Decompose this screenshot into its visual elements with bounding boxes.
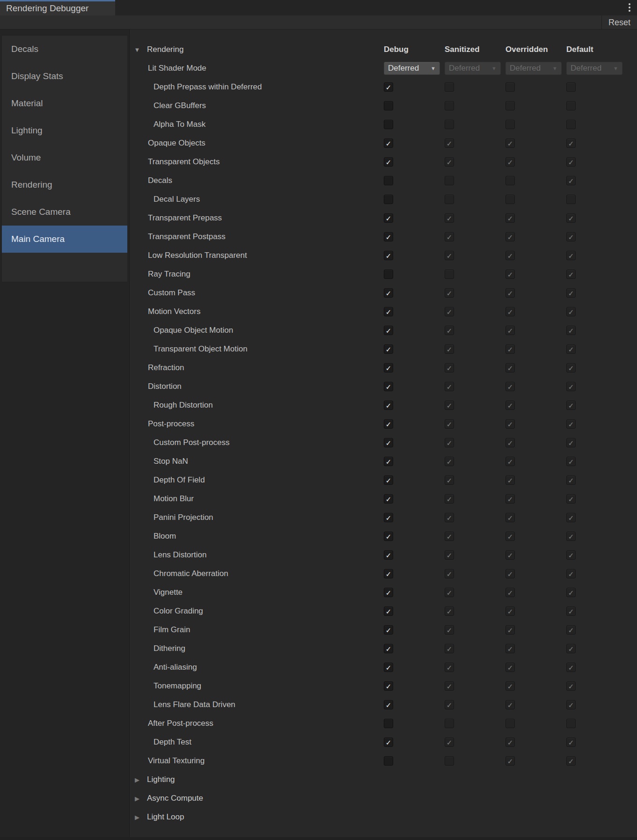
checkbox-debug[interactable]: ✓ (384, 663, 393, 672)
checkmark-icon: ✓ (386, 215, 392, 222)
checkbox-debug[interactable]: ✓ (384, 606, 393, 616)
checkbox-debug[interactable]: ✓ (384, 307, 393, 316)
checkmark-icon: ✓ (507, 645, 513, 652)
row-label: Decals (148, 176, 172, 185)
sidebar-item-rendering[interactable]: Rendering (2, 171, 127, 198)
checkmark-icon: ✓ (507, 458, 513, 465)
checkbox-debug[interactable]: ✓ (384, 700, 393, 709)
checkbox-sanitized: ✓ (445, 532, 454, 541)
checkbox-sanitized: ✓ (445, 382, 454, 391)
checkbox-sanitized: ✓ (445, 438, 454, 447)
checkmark-icon: ✓ (507, 421, 513, 428)
checkbox-sanitized: ✓ (445, 588, 454, 597)
checkbox-debug[interactable]: ✓ (384, 475, 393, 485)
checkbox-debug[interactable] (384, 719, 393, 728)
tree-row-vignette: Vignette✓✓✓✓ (130, 583, 637, 602)
checkbox-debug[interactable]: ✓ (384, 213, 393, 223)
tree-row-post-process: Post-process✓✓✓✓ (130, 415, 637, 433)
checkbox-debug[interactable]: ✓ (384, 82, 393, 92)
checkbox-debug[interactable] (384, 756, 393, 766)
foldout-collapsed-icon[interactable]: ▶ (133, 795, 141, 802)
checkbox-debug[interactable]: ✓ (384, 569, 393, 578)
checkbox-default: ✓ (566, 644, 576, 653)
checkbox-debug[interactable]: ✓ (384, 326, 393, 335)
checkbox-sanitized: ✓ (445, 663, 454, 672)
checkbox-debug[interactable]: ✓ (384, 644, 393, 653)
checkbox-debug[interactable] (384, 195, 393, 204)
checkbox-debug[interactable]: ✓ (384, 251, 393, 260)
sidebar-item-main-camera[interactable]: Main Camera (2, 226, 127, 253)
row-label: Lit Shader Mode (148, 64, 206, 73)
checkbox-debug[interactable]: ✓ (384, 232, 393, 241)
checkbox-debug[interactable]: ✓ (384, 288, 393, 298)
checkbox-default: ✓ (566, 438, 576, 447)
checkbox-debug[interactable]: ✓ (384, 457, 393, 466)
checkbox-debug[interactable]: ✓ (384, 382, 393, 391)
foldout-collapsed-icon[interactable]: ▶ (133, 776, 141, 783)
dropdown-value: Deferred (388, 64, 419, 73)
row-label: Depth Of Field (154, 475, 205, 485)
checkmark-icon: ✓ (568, 271, 574, 278)
tree-row-rendering[interactable]: ▼Rendering (130, 40, 637, 59)
checkbox-debug[interactable]: ✓ (384, 681, 393, 691)
checkbox-debug[interactable]: ✓ (384, 157, 393, 167)
tab-rendering-debugger[interactable]: Rendering Debugger (0, 0, 115, 15)
sidebar-item-display-stats[interactable]: Display Stats (2, 63, 127, 90)
checkbox-debug[interactable]: ✓ (384, 532, 393, 541)
sidebar: Decals Display Stats Material Lighting V… (0, 29, 130, 840)
row-label: Opaque Object Motion (154, 326, 233, 335)
checkbox-debug[interactable]: ✓ (384, 401, 393, 410)
checkbox-sanitized: ✓ (445, 550, 454, 560)
checkbox-debug[interactable]: ✓ (384, 738, 393, 747)
sidebar-item-volume[interactable]: Volume (2, 144, 127, 171)
row-label: Rough Distortion (154, 401, 213, 410)
row-label: Decal Layers (154, 195, 200, 204)
checkbox-debug[interactable]: ✓ (384, 625, 393, 635)
row-label: Tonemapping (154, 681, 201, 691)
checkbox-debug[interactable]: ✓ (384, 588, 393, 597)
foldout-collapsed-icon[interactable]: ▶ (133, 814, 141, 821)
checkbox-debug[interactable] (384, 101, 393, 110)
checkmark-icon: ✓ (568, 290, 574, 297)
checkbox-debug[interactable]: ✓ (384, 438, 393, 447)
checkbox-debug[interactable]: ✓ (384, 363, 393, 373)
tree-row-lighting[interactable]: ▶Lighting (130, 770, 637, 789)
lit-shader-mode-dropdown-debug[interactable]: Deferred▼ (384, 62, 440, 75)
checkbox-sanitized: ✓ (445, 644, 454, 653)
row-label: Transparent Object Motion (154, 344, 248, 354)
reset-button[interactable]: Reset (601, 15, 637, 29)
tree-row-color-grading: Color Grading✓✓✓✓ (130, 602, 637, 621)
checkmark-icon: ✓ (507, 477, 513, 484)
sidebar-item-lighting[interactable]: Lighting (2, 117, 127, 144)
checkbox-default: ✓ (566, 213, 576, 223)
checkbox-debug[interactable] (384, 120, 393, 129)
row-label: Chromatic Aberration (154, 569, 228, 578)
checkmark-icon: ✓ (568, 701, 574, 709)
tree-row-async-compute[interactable]: ▶Async Compute (130, 789, 637, 808)
checkbox-debug[interactable]: ✓ (384, 344, 393, 354)
tree-row-light-loop[interactable]: ▶Light Loop (130, 808, 637, 826)
checkbox-debug[interactable]: ✓ (384, 494, 393, 504)
checkmark-icon: ✓ (568, 308, 574, 315)
checkbox-debug[interactable]: ✓ (384, 419, 393, 429)
checkmark-icon: ✓ (447, 683, 453, 690)
foldout-expanded-icon[interactable]: ▼ (133, 46, 141, 53)
checkbox-debug[interactable]: ✓ (384, 513, 393, 522)
checkmark-icon: ✓ (447, 570, 453, 577)
sidebar-item-decals[interactable]: Decals (2, 36, 127, 63)
checkbox-default: ✓ (566, 232, 576, 241)
checkbox-default: ✓ (566, 251, 576, 260)
titlebar: Rendering Debugger (0, 0, 637, 15)
sidebar-item-material[interactable]: Material (2, 90, 127, 117)
checkbox-overridden: ✓ (505, 382, 515, 391)
checkbox-sanitized: ✓ (445, 213, 454, 223)
row-label: Custom Post-process (154, 438, 230, 447)
checkbox-debug[interactable]: ✓ (384, 139, 393, 148)
sidebar-item-scene-camera[interactable]: Scene Camera (2, 198, 127, 226)
checkbox-debug[interactable] (384, 270, 393, 279)
kebab-menu-icon[interactable] (629, 3, 630, 12)
checkbox-debug[interactable] (384, 176, 393, 185)
checkbox-sanitized (445, 195, 454, 204)
checkbox-debug[interactable]: ✓ (384, 550, 393, 560)
checkmark-icon: ✓ (386, 402, 392, 409)
